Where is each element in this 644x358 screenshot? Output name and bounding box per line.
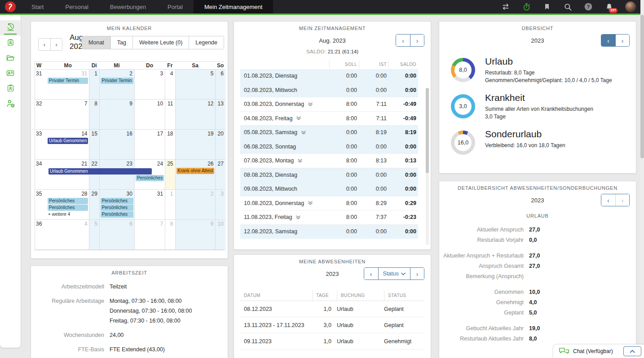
absence-row[interactable]: 08.12.20231,0UrlaubGeplant [240,301,424,317]
calendar-event-personal[interactable]: Privater Termin [48,78,88,84]
calendar-day[interactable]: 4 [47,220,89,250]
calendar-day[interactable]: 5 [175,70,216,100]
calendar-day[interactable]: 27 [215,160,225,190]
sidebar-item-id-card[interactable] [0,66,21,81]
absences-prev-button[interactable]: ‹ [364,268,378,279]
calendar-day[interactable]: 17 [134,130,165,160]
calendar-day[interactable]: 24Persönliches [134,160,165,190]
time-row[interactable]: 11.08.2023, Freitag8:007:37-0:23 [240,210,418,225]
time-row[interactable]: 01.08.2023, Dienstag0:000:000:00 [240,69,418,83]
calendar-day[interactable]: 1 [165,190,175,220]
page-scrollbar-thumb[interactable] [640,15,644,158]
chat-bar[interactable]: Chat (Verfügbar) [553,345,644,358]
calendar-day[interactable]: 5 [89,220,99,250]
time-row[interactable]: 07.08.2023, Montag8:008:130:13 [240,154,418,168]
calendar-day[interactable]: 20 [215,130,225,160]
calendar-event-personal[interactable]: Persönliches [101,205,133,211]
calendar-day[interactable]: 12 [175,100,216,130]
switch-module-icon[interactable] [501,2,510,11]
calendar-day[interactable]: 9 [99,100,134,130]
absences-next-button[interactable]: › [410,268,424,279]
calendar-event-personal[interactable]: Persönliches [101,198,133,204]
sidebar-item-employee-badge[interactable] [0,35,21,51]
calendar-event-personal[interactable]: Persönliches [136,175,164,181]
calendar-day[interactable]: 8 [165,220,175,250]
calendar-day[interactable]: 13 [215,100,225,130]
sidebar-item-time-history[interactable] [0,20,21,35]
time-row[interactable]: 10.08.2023, Donnerstag8:008:290:29 [240,196,418,211]
calendar-event-sick[interactable]: Krank ohne Attest [176,168,215,174]
chat-collapse-button[interactable] [623,346,641,356]
absence-row[interactable]: 09.11.20231,0UrlaubGenehmigt [240,333,424,349]
time-row[interactable]: 04.08.2023, Freitag8:007:11-0:49 [240,112,418,126]
absence-row[interactable]: 13.11.2023 - 17.11.20233,0UrlaubGeplant [240,317,424,333]
calendar-event-personal[interactable]: Persönliches [101,211,133,218]
calendar-day[interactable]: 18 [165,130,175,160]
time-row[interactable]: 09.08.2023, Mittwoch0:000:000:00 [240,182,418,196]
sidebar-item-personnel-file[interactable] [0,81,21,96]
calendar-view-monat[interactable]: Monat [82,36,110,49]
user-avatar[interactable] [625,1,636,12]
notifications-bell-icon[interactable]: 157 [604,2,613,11]
period-prev-button[interactable]: ‹ [396,35,410,46]
calendar-day[interactable]: 14Urlaub Genommen [47,130,89,160]
panel-scrollbar-thumb[interactable] [426,88,429,173]
calendar-event-vacation[interactable]: Urlaub Genommen [49,168,152,175]
time-row[interactable]: 05.08.2023, Samstag0:008:198:19 [240,126,418,140]
calendar-day[interactable]: 29 [89,190,99,220]
calendar-view-weitere-leute-0-[interactable]: Weitere Leute (0) [132,36,189,49]
help-icon[interactable]: ? [584,2,593,11]
nav-tab-start[interactable]: Start [21,0,54,13]
calendar-day[interactable]: 7 [134,220,165,250]
time-row[interactable]: 12.08.2023, Samstag0:000:000:00 [240,225,418,239]
calendar-day-today[interactable]: 25 [165,160,175,190]
nav-tab-bewerbungen[interactable]: Bewerbungen [99,0,157,13]
calendar-day[interactable]: 6 [215,70,225,100]
detail-prev-button[interactable]: ‹ [601,194,615,206]
stopwatch-icon[interactable] [522,2,531,11]
time-row[interactable]: 08.08.2023, Dienstag0:000:000:00 [240,168,418,183]
calendar-day[interactable]: 31Privater Termin [47,70,89,100]
nav-tab-portal[interactable]: Portal [157,0,194,13]
calendar-prev-button[interactable]: ‹ [39,39,50,50]
calendar-day[interactable]: 11 [165,100,175,130]
calendar-day[interactable]: 9 [175,220,216,250]
time-row[interactable]: 03.08.2023, Donnerstag8:007:11-0:49 [240,97,418,112]
calendar-day[interactable]: 10 [134,100,165,130]
detail-next-button[interactable]: › [615,194,629,206]
period-next-button[interactable]: › [410,35,424,46]
calendar-day[interactable]: 30PersönlichesPersönlichesPersönliches [99,190,134,220]
calendar-event-personal[interactable]: Persönliches [48,198,88,204]
calendar-day[interactable]: 19 [175,130,216,160]
calendar-day[interactable]: 7 [47,100,89,130]
calendar-day[interactable]: 16 [99,130,134,160]
nav-tab-personal[interactable]: Personal [54,0,99,13]
calendar-day[interactable]: 23 [99,160,134,190]
calendar-day[interactable]: 3 [215,190,225,220]
more-events-link[interactable]: + weitere 4 [47,211,89,217]
calendar-event-vacation[interactable]: Urlaub Genommen [48,138,88,144]
calendar-day[interactable]: 4 [165,70,175,100]
calendar-event-personal[interactable]: Privater Termin [101,78,133,84]
calendar-next-button[interactable]: › [50,39,62,50]
calendar-day[interactable]: 2 [175,190,216,220]
nav-tab-mein-zeitmanagement[interactable]: Mein Zeitmanagement [194,0,273,13]
overview-next-button[interactable]: › [615,35,629,46]
calendar-day[interactable]: 15 [89,130,99,160]
bookmark-icon[interactable] [543,2,551,11]
calendar-day[interactable]: 2Privater Termin [99,70,134,100]
calendar-day[interactable]: 31 [134,190,165,220]
calendar-day[interactable]: 8 [89,100,99,130]
calendar-day[interactable]: 22 [89,160,99,190]
search-icon[interactable] [563,2,572,11]
overview-prev-button[interactable]: ‹ [601,35,615,46]
calendar-day[interactable]: 6 [99,220,134,250]
time-row[interactable]: 06.08.2023, Sonntag0:000:000:00 [240,140,418,154]
sidebar-item-user-settings[interactable] [0,96,21,112]
absences-status-filter[interactable]: Status [378,268,410,279]
calendar-day[interactable]: 21Urlaub Genommen [47,160,89,190]
sidebar-item-folder[interactable] [0,51,21,66]
app-logo[interactable] [0,0,21,13]
calendar-day[interactable]: 28PersönlichesPersönliches+ weitere 4 [47,190,89,220]
calendar-event-personal[interactable]: Persönliches [48,205,88,211]
